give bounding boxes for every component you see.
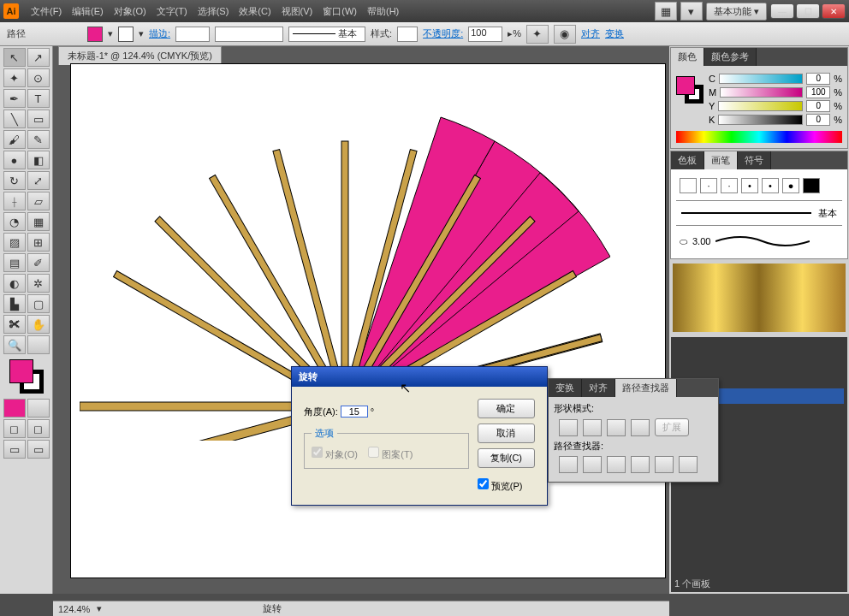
c-value[interactable]: 0 xyxy=(806,73,830,85)
style-combo[interactable] xyxy=(397,27,418,42)
selection-tool[interactable]: ↖ xyxy=(3,48,26,67)
type-tool[interactable]: T xyxy=(27,89,50,108)
y-value[interactable]: 0 xyxy=(806,100,830,112)
menu-view[interactable]: 视图(V) xyxy=(278,3,317,20)
close-button[interactable]: ✕ xyxy=(822,3,846,19)
eyedropper-tool[interactable]: ✐ xyxy=(27,253,50,272)
divide-button[interactable] xyxy=(559,456,578,473)
c-slider[interactable] xyxy=(719,74,803,84)
tab-transform[interactable]: 变换 xyxy=(549,379,582,397)
menu-object[interactable]: 对象(O) xyxy=(110,3,150,20)
minus-front-button[interactable] xyxy=(583,419,602,436)
swatch-item[interactable]: ● xyxy=(782,178,799,193)
arrange-icon[interactable]: ▾ xyxy=(680,2,703,21)
rotate-tool[interactable]: ↻ xyxy=(3,171,26,190)
extra-tool[interactable] xyxy=(27,335,50,354)
eraser-tool[interactable]: ◧ xyxy=(27,151,50,169)
minimize-button[interactable]: — xyxy=(770,3,794,19)
maximize-button[interactable]: ☐ xyxy=(796,3,820,19)
preview-checkbox[interactable] xyxy=(478,478,489,489)
intersect-button[interactable] xyxy=(607,419,626,436)
scale-tool[interactable]: ⤢ xyxy=(27,171,50,190)
tab-align[interactable]: 对齐 xyxy=(582,379,615,397)
zoom-level[interactable]: 124.4% xyxy=(58,604,90,614)
rectangle-tool[interactable]: ▭ xyxy=(27,110,50,128)
swatch-item[interactable]: • xyxy=(762,178,779,193)
opacity-link[interactable]: 不透明度: xyxy=(423,27,463,40)
k-slider[interactable] xyxy=(718,115,803,125)
globe-icon[interactable]: ◉ xyxy=(554,25,576,44)
m-value[interactable]: 100 xyxy=(806,86,830,98)
k-value[interactable]: 0 xyxy=(806,114,830,126)
fill-stroke-control[interactable] xyxy=(9,359,44,394)
tab-brushes[interactable]: 画笔 xyxy=(704,151,738,169)
direct-selection-tool[interactable]: ↗ xyxy=(27,48,50,67)
menu-select[interactable]: 选择(S) xyxy=(194,3,233,20)
cancel-button[interactable]: 取消 xyxy=(478,424,535,443)
outline-button[interactable] xyxy=(655,456,674,473)
gradient-preview[interactable] xyxy=(673,264,846,332)
hand-tool[interactable]: ✋ xyxy=(27,315,50,334)
menu-file[interactable]: 文件(F) xyxy=(27,3,65,20)
draw-normal[interactable]: ◻ xyxy=(3,419,26,438)
trim-button[interactable] xyxy=(583,456,602,473)
crop-button[interactable] xyxy=(631,456,650,473)
stroke-link[interactable]: 描边: xyxy=(149,27,170,40)
tab-color-guide[interactable]: 颜色参考 xyxy=(704,48,757,66)
stroke-weight[interactable] xyxy=(175,27,210,42)
ok-button[interactable]: 确定 xyxy=(478,399,535,418)
document-tab[interactable]: 未标题-1* @ 124.4% (CMYK/预览) xyxy=(58,46,222,65)
pencil-tool[interactable]: ✎ xyxy=(27,130,50,149)
menu-effect[interactable]: 效果(C) xyxy=(235,3,274,20)
swatch-item[interactable]: • xyxy=(741,178,758,193)
brush-combo[interactable]: 基本 xyxy=(288,27,365,42)
line-tool[interactable]: ╲ xyxy=(3,110,26,128)
fill-swatch[interactable] xyxy=(87,27,103,42)
fill-box[interactable] xyxy=(9,359,33,383)
draw-behind[interactable]: ◻ xyxy=(27,419,50,438)
menu-window[interactable]: 窗口(W) xyxy=(319,3,360,20)
color-mode[interactable] xyxy=(3,399,26,418)
magic-wand-tool[interactable]: ✦ xyxy=(3,68,26,87)
gradient-tool[interactable]: ▤ xyxy=(3,253,26,272)
swatch-item[interactable] xyxy=(803,178,820,193)
width-tool[interactable]: ⟊ xyxy=(3,192,26,210)
blend-tool[interactable]: ◐ xyxy=(3,274,26,293)
menu-type[interactable]: 文字(T) xyxy=(153,3,191,20)
stroke-swatch[interactable] xyxy=(118,27,134,42)
spectrum-picker[interactable] xyxy=(676,131,842,143)
artboard-tool[interactable]: ▢ xyxy=(27,294,50,313)
tab-swatches[interactable]: 色板 xyxy=(671,151,704,169)
align-link[interactable]: 对齐 xyxy=(581,27,600,40)
exclude-button[interactable] xyxy=(631,419,650,436)
brush-basic[interactable]: 基本 xyxy=(676,200,842,226)
paintbrush-tool[interactable]: 🖌 xyxy=(3,130,26,149)
recolor-icon[interactable]: ✦ xyxy=(526,25,549,44)
swatch-item[interactable]: · xyxy=(721,178,738,193)
profile-combo[interactable] xyxy=(215,27,283,42)
mesh-tool[interactable]: ⊞ xyxy=(27,233,50,252)
bridge-icon[interactable]: ▦ xyxy=(655,2,677,21)
merge-button[interactable] xyxy=(607,456,626,473)
minus-back-button[interactable] xyxy=(679,456,698,473)
transform-link[interactable]: 变换 xyxy=(605,27,624,40)
unite-button[interactable] xyxy=(559,419,578,436)
y-slider[interactable] xyxy=(718,101,803,111)
symbol-sprayer-tool[interactable]: ✲ xyxy=(27,274,50,293)
live-paint-tool[interactable]: ▦ xyxy=(27,212,50,231)
zoom-tool[interactable]: 🔍 xyxy=(3,335,26,354)
angle-input[interactable] xyxy=(341,406,368,418)
menu-edit[interactable]: 编辑(E) xyxy=(68,3,107,20)
free-transform-tool[interactable]: ▱ xyxy=(27,192,50,210)
expand-button[interactable]: 扩展 xyxy=(655,418,689,436)
screen-mode[interactable]: ▭ xyxy=(3,440,26,459)
copy-button[interactable]: 复制(C) xyxy=(478,448,535,468)
tab-symbols[interactable]: 符号 xyxy=(738,151,771,169)
workspace-switcher[interactable]: 基本功能 ▾ xyxy=(706,3,767,21)
m-slider[interactable] xyxy=(720,87,803,98)
screen-mode-2[interactable]: ▭ xyxy=(27,440,50,459)
swatch-item[interactable]: · xyxy=(700,178,717,193)
opacity-value[interactable]: 100 xyxy=(468,27,502,42)
shape-builder-tool[interactable]: ◔ xyxy=(3,212,26,231)
swatch-item[interactable] xyxy=(680,178,697,193)
